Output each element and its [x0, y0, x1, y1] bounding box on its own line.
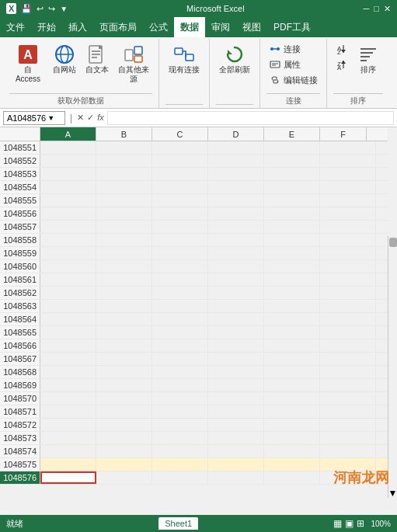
row-number[interactable]: 1048566 [0, 339, 40, 352]
row-number[interactable]: 1048571 [0, 405, 40, 418]
cell[interactable] [208, 471, 264, 484]
cell[interactable] [320, 247, 376, 259]
cell[interactable] [152, 260, 208, 273]
cell[interactable] [40, 234, 96, 246]
cell[interactable] [40, 405, 96, 418]
cell[interactable] [264, 273, 320, 286]
menu-insert[interactable]: 插入 [62, 17, 93, 37]
cell[interactable] [96, 300, 152, 312]
cell[interactable] [320, 168, 376, 180]
cell[interactable] [208, 300, 264, 312]
cell[interactable] [208, 207, 264, 220]
ribbon-btn-edit-links[interactable]: 编辑链接 [266, 73, 320, 87]
cell[interactable] [208, 273, 264, 286]
cell[interactable] [40, 247, 96, 259]
cell[interactable] [264, 194, 320, 207]
menu-data[interactable]: 数据 [174, 17, 205, 37]
row-number[interactable]: 1048554 [0, 181, 40, 193]
cell[interactable] [264, 260, 320, 273]
cell[interactable] [96, 366, 152, 378]
row-number[interactable]: 1048569 [0, 379, 40, 391]
cell[interactable] [152, 247, 208, 259]
cell[interactable] [96, 273, 152, 286]
cell[interactable] [40, 194, 96, 207]
ribbon-btn-text[interactable]: 自文本 [82, 42, 112, 76]
cell[interactable] [40, 353, 96, 365]
cell[interactable] [320, 313, 376, 325]
cell[interactable] [152, 313, 208, 325]
row-number[interactable]: 1048565 [0, 326, 40, 339]
cancel-formula-icon[interactable]: ✕ [77, 113, 84, 123]
cell[interactable] [40, 419, 96, 431]
cell[interactable] [264, 458, 320, 471]
cell[interactable] [40, 273, 96, 286]
row-number[interactable]: 1048559 [0, 247, 40, 259]
cell[interactable] [208, 141, 264, 154]
cell[interactable] [96, 221, 152, 233]
cell[interactable] [152, 155, 208, 167]
sheet-tab-sheet1[interactable]: Sheet1 [158, 517, 198, 530]
cell[interactable] [152, 458, 208, 471]
col-header-e[interactable]: E [264, 127, 320, 141]
row-number[interactable]: 1048575 [0, 458, 40, 471]
cell[interactable] [208, 247, 264, 259]
cell[interactable] [208, 432, 264, 444]
cell[interactable] [152, 471, 208, 484]
cell[interactable] [264, 300, 320, 312]
cell[interactable] [208, 419, 264, 431]
cell[interactable] [152, 392, 208, 405]
cell[interactable] [96, 353, 152, 365]
cell[interactable] [264, 313, 320, 325]
cell[interactable] [264, 379, 320, 391]
row-number[interactable]: 1048553 [0, 168, 40, 180]
row-number[interactable]: 1048561 [0, 273, 40, 286]
cell[interactable] [320, 326, 376, 339]
redo-icon[interactable]: ↪ [48, 4, 55, 14]
cell[interactable] [40, 432, 96, 444]
menu-formulas[interactable]: 公式 [143, 17, 174, 37]
cell[interactable] [264, 168, 320, 180]
cell[interactable] [320, 379, 376, 391]
col-header-c[interactable]: C [152, 127, 208, 141]
col-header-b[interactable]: B [96, 127, 152, 141]
cell[interactable] [320, 207, 376, 220]
cell[interactable] [152, 432, 208, 444]
row-number[interactable]: 1048560 [0, 260, 40, 273]
row-number[interactable]: 1048557 [0, 221, 40, 233]
cell[interactable] [96, 141, 152, 154]
cell[interactable] [320, 260, 376, 273]
cell[interactable] [320, 445, 376, 457]
cell[interactable] [96, 419, 152, 431]
cell[interactable] [152, 273, 208, 286]
cell[interactable] [40, 287, 96, 299]
cell[interactable] [96, 405, 152, 418]
view-normal-icon[interactable]: ▦ [333, 518, 342, 529]
function-wizard-icon[interactable]: fx [97, 113, 104, 123]
col-header-f[interactable]: F [320, 127, 367, 141]
cell[interactable] [320, 366, 376, 378]
cell[interactable] [208, 353, 264, 365]
cell[interactable] [40, 221, 96, 233]
cell[interactable] [96, 260, 152, 273]
vertical-scrollbar[interactable]: ▼ [388, 236, 397, 498]
ribbon-btn-sort[interactable]: 排序 [354, 42, 382, 76]
ribbon-btn-properties[interactable]: 属性 [266, 57, 320, 71]
minimize-icon[interactable]: ─ [364, 4, 370, 14]
row-number[interactable]: 1048574 [0, 445, 40, 457]
cell[interactable] [320, 353, 376, 365]
cell[interactable] [40, 168, 96, 180]
menu-view[interactable]: 视图 [236, 17, 267, 37]
cell[interactable] [264, 155, 320, 167]
name-box[interactable]: A1048576 ▼ [3, 111, 65, 125]
cell[interactable] [40, 471, 96, 484]
cell[interactable] [208, 168, 264, 180]
cell[interactable] [208, 379, 264, 391]
name-box-dropdown-icon[interactable]: ▼ [47, 114, 54, 122]
view-break-icon[interactable]: ⊞ [357, 518, 364, 529]
cell[interactable] [96, 234, 152, 246]
row-number[interactable]: 1048555 [0, 194, 40, 207]
cell[interactable] [96, 155, 152, 167]
cell[interactable] [96, 458, 152, 471]
close-icon[interactable]: ✕ [384, 4, 391, 14]
cell[interactable] [152, 141, 208, 154]
